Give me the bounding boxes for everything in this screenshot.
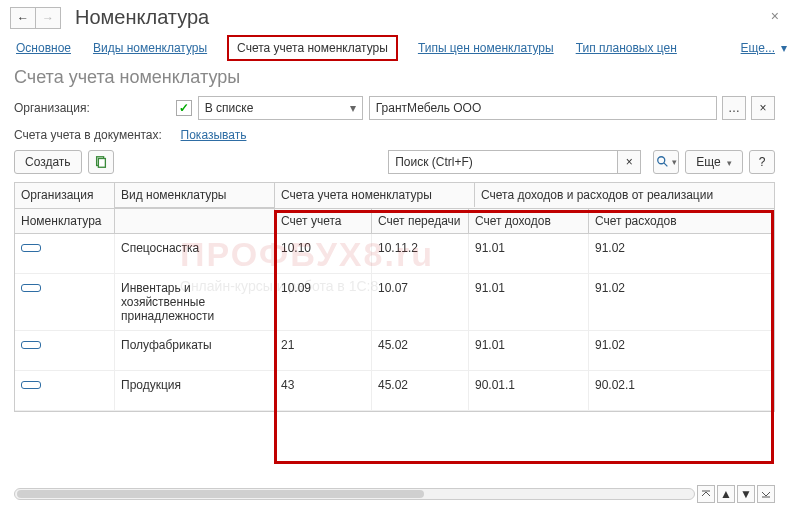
- cell-income: 91.01: [469, 331, 589, 370]
- svg-point-2: [657, 157, 664, 164]
- find-button[interactable]: ▾: [653, 150, 679, 174]
- close-icon[interactable]: ×: [771, 8, 779, 24]
- cell-transfer: 45.02: [372, 331, 469, 370]
- row-icon: [21, 381, 41, 389]
- col-kind-spacer: [115, 209, 275, 233]
- col-transfer[interactable]: Счет передачи: [372, 209, 469, 233]
- cell-acc: 10.09: [275, 274, 372, 330]
- more-label: Еще: [696, 155, 720, 169]
- table-row[interactable]: Инвентарь и хозяйственные принадлежности…: [15, 274, 774, 331]
- cell-expense: 91.02: [589, 331, 774, 370]
- cell-transfer: 45.02: [372, 371, 469, 410]
- org-value-text: ГрантМебель ООО: [376, 101, 482, 115]
- col-nom[interactable]: Номенклатура: [15, 209, 115, 233]
- cell-income: 91.01: [469, 274, 589, 330]
- search-placeholder: Поиск (Ctrl+F): [395, 155, 473, 169]
- cell-income: 91.01: [469, 234, 589, 273]
- col-income[interactable]: Счет доходов: [469, 209, 589, 233]
- page-title: Номенклатура: [75, 6, 209, 29]
- copy-button[interactable]: [88, 150, 114, 174]
- copy-icon: [94, 155, 108, 169]
- h-scrollbar-thumb[interactable]: [17, 490, 424, 498]
- h-scrollbar[interactable]: [14, 488, 695, 500]
- org-label: Организация:: [14, 101, 90, 115]
- data-grid: Организация Вид номенклатуры Счета учета…: [14, 182, 775, 412]
- row-icon: [21, 341, 41, 349]
- tab-main[interactable]: Основное: [14, 37, 73, 59]
- cell-expense: 91.02: [589, 274, 774, 330]
- col-income-group[interactable]: Счета доходов и расходов от реализации: [475, 183, 774, 207]
- more-button[interactable]: Еще ▾: [685, 150, 743, 174]
- chevron-down-icon: ▾: [672, 157, 677, 167]
- org-checkbox[interactable]: ✓: [176, 100, 192, 116]
- tab-more[interactable]: Еще...: [741, 41, 775, 55]
- search-input[interactable]: Поиск (Ctrl+F): [388, 150, 618, 174]
- table-row[interactable]: Полуфабрикаты2145.0291.0191.02: [15, 331, 774, 371]
- cell-expense: 90.02.1: [589, 371, 774, 410]
- cell-org: [15, 371, 115, 410]
- chevron-down-icon: ▾: [350, 101, 356, 115]
- docs-show-link[interactable]: Показывать: [181, 128, 247, 142]
- tab-accounts[interactable]: Счета учета номенклатуры: [227, 35, 398, 61]
- org-value-field[interactable]: ГрантМебель ООО: [369, 96, 717, 120]
- org-clear-button[interactable]: ×: [751, 96, 775, 120]
- create-button[interactable]: Создать: [14, 150, 82, 174]
- cell-expense: 91.02: [589, 234, 774, 273]
- cell-kind: Продукция: [115, 371, 275, 410]
- scroll-top-button[interactable]: [697, 485, 715, 503]
- search-clear-button[interactable]: ×: [617, 150, 641, 174]
- svg-rect-1: [98, 159, 105, 168]
- org-select-button[interactable]: …: [722, 96, 746, 120]
- cell-kind: Спецоснастка: [115, 234, 275, 273]
- cell-acc: 43: [275, 371, 372, 410]
- scroll-bottom-button[interactable]: [757, 485, 775, 503]
- cell-org: [15, 234, 115, 273]
- org-mode-value: В списке: [205, 101, 254, 115]
- cell-kind: Инвентарь и хозяйственные принадлежности: [115, 274, 275, 330]
- col-expense[interactable]: Счет расходов: [589, 209, 774, 233]
- chevron-down-icon: ▾: [727, 158, 732, 168]
- col-org[interactable]: Организация: [15, 183, 115, 208]
- svg-line-3: [664, 163, 668, 167]
- cell-acc: 21: [275, 331, 372, 370]
- cell-acc: 10.10: [275, 234, 372, 273]
- row-icon: [21, 244, 41, 252]
- tab-plan-prices[interactable]: Тип плановых цен: [574, 37, 679, 59]
- cell-org: [15, 274, 115, 330]
- col-acc[interactable]: Счет учета: [275, 209, 372, 233]
- tab-kinds[interactable]: Виды номенклатуры: [91, 37, 209, 59]
- cell-income: 90.01.1: [469, 371, 589, 410]
- cell-kind: Полуфабрикаты: [115, 331, 275, 370]
- cell-transfer: 10.11.2: [372, 234, 469, 273]
- table-row[interactable]: Спецоснастка10.1010.11.291.0191.02: [15, 234, 774, 274]
- row-icon: [21, 284, 41, 292]
- nav-back-button[interactable]: ←: [10, 7, 36, 29]
- org-mode-select[interactable]: В списке ▾: [198, 96, 363, 120]
- scroll-down-button[interactable]: ▼: [737, 485, 755, 503]
- col-accounts-group[interactable]: Счета учета номенклатуры: [275, 183, 475, 207]
- section-subtitle: Счета учета номенклатуры: [0, 65, 789, 94]
- cell-transfer: 10.07: [372, 274, 469, 330]
- docs-label: Счета учета в документах:: [14, 128, 162, 142]
- help-button[interactable]: ?: [749, 150, 775, 174]
- nav-forward-button: →: [35, 7, 61, 29]
- col-kind[interactable]: Вид номенклатуры: [115, 183, 275, 208]
- cell-org: [15, 331, 115, 370]
- search-icon: [656, 155, 670, 169]
- scroll-up-button[interactable]: ▲: [717, 485, 735, 503]
- table-row[interactable]: Продукция4345.0290.01.190.02.1: [15, 371, 774, 411]
- tab-price-types[interactable]: Типы цен номенклатуры: [416, 37, 556, 59]
